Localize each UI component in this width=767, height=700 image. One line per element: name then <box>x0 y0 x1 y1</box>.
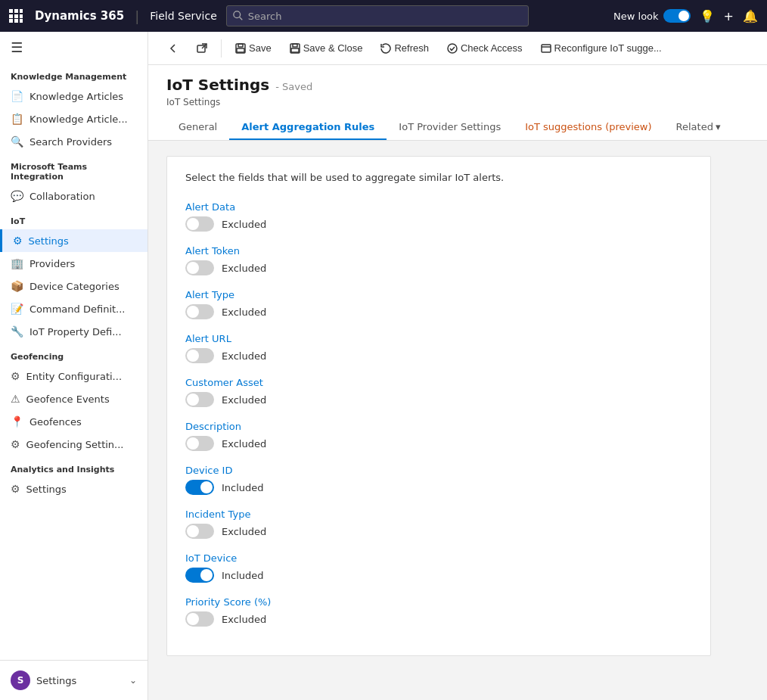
related-tab-label: Related <box>676 121 713 132</box>
tab-iot-suggestions[interactable]: IoT suggestions (preview) <box>513 115 663 140</box>
field-alert-data: Alert Data Excluded <box>185 201 692 232</box>
sidebar-item-iot-settings[interactable]: ⚙ Settings <box>0 229 148 252</box>
field-label-iot-device: IoT Device <box>185 552 692 564</box>
new-look-switch[interactable] <box>663 9 691 23</box>
sidebar-label-providers: Providers <box>30 258 75 269</box>
field-row-alert-url: Excluded <box>185 348 692 363</box>
sidebar-label-analytics-settings: Settings <box>26 484 67 495</box>
sidebar-item-analytics-settings[interactable]: ⚙ Settings <box>0 478 148 500</box>
top-nav: Dynamics 365 | Field Service Search New … <box>0 0 767 32</box>
tab-iot-provider-settings[interactable]: IoT Provider Settings <box>387 115 513 140</box>
iot-settings-icon: ⚙ <box>13 235 23 247</box>
field-alert-type: Alert Type Excluded <box>185 289 692 319</box>
save-close-button[interactable]: Save & Close <box>282 39 371 58</box>
save-button[interactable]: Save <box>228 39 279 58</box>
sidebar-section-teams: Microsoft Teams Integration <box>0 153 148 185</box>
sidebar-item-knowledge-articles[interactable]: 📄 Knowledge Articles <box>0 85 148 107</box>
field-label-device-id: Device ID <box>185 465 692 476</box>
geofence-events-icon: ⚠ <box>11 393 20 405</box>
field-customer-asset: Customer Asset Excluded <box>185 377 692 407</box>
content-card-inner: Select the fields that will be used to a… <box>167 157 710 655</box>
toggle-alert-data[interactable] <box>185 216 214 232</box>
sidebar-item-collaboration[interactable]: 💬 Collaboration <box>0 185 148 207</box>
sidebar-item-command-definitions[interactable]: 📝 Command Definit... <box>0 297 148 320</box>
toggle-incident-type[interactable] <box>185 524 214 539</box>
tab-alert-aggregation-rules[interactable]: Alert Aggregation Rules <box>229 115 387 140</box>
field-value-alert-type: Excluded <box>222 306 266 318</box>
search-placeholder: Search <box>248 11 282 22</box>
hamburger-button[interactable]: ☰ <box>0 32 148 63</box>
user-avatar: S <box>11 670 30 690</box>
new-look-label: New look <box>613 11 659 22</box>
svg-point-19 <box>448 44 457 53</box>
sidebar-bottom-label: Settings <box>36 675 76 686</box>
sidebar-item-device-categories[interactable]: 📦 Device Categories <box>0 275 148 297</box>
sidebar-item-entity-configurations[interactable]: ⚙ Entity Configurati... <box>0 365 148 387</box>
new-look-toggle[interactable]: New look <box>613 9 691 23</box>
toggle-iot-device[interactable] <box>185 568 214 583</box>
field-value-incident-type: Excluded <box>222 526 266 537</box>
field-value-device-id: Included <box>222 482 264 493</box>
field-incident-type: Incident Type Excluded <box>185 509 692 539</box>
bell-icon[interactable]: 🔔 <box>743 9 758 23</box>
toggle-alert-type[interactable] <box>185 304 214 319</box>
back-button[interactable] <box>160 39 186 58</box>
field-row-incident-type: Excluded <box>185 524 692 539</box>
reconfigure-button[interactable]: Reconfigure IoT sugge... <box>533 39 669 58</box>
command-definitions-icon: 📝 <box>11 303 23 315</box>
svg-rect-6 <box>9 19 13 23</box>
svg-rect-15 <box>237 48 244 52</box>
toggle-device-id[interactable] <box>185 480 214 495</box>
sidebar-item-geofencing-settings[interactable]: ⚙ Geofencing Settin... <box>0 433 148 456</box>
cmd-separator-1 <box>221 39 222 58</box>
toggle-alert-token[interactable] <box>185 260 214 275</box>
toggle-alert-url[interactable] <box>185 348 214 363</box>
toggle-customer-asset[interactable] <box>185 392 214 407</box>
brand-name: Dynamics 365 <box>35 9 124 23</box>
svg-rect-7 <box>14 19 18 23</box>
svg-rect-14 <box>238 44 243 47</box>
toggle-description[interactable] <box>185 436 214 451</box>
field-label-alert-token: Alert Token <box>185 245 692 257</box>
toggle-priority-score[interactable] <box>185 611 214 627</box>
popout-button[interactable] <box>189 39 215 58</box>
lightbulb-icon[interactable]: 💡 <box>700 9 715 23</box>
field-row-alert-token: Excluded <box>185 260 692 275</box>
refresh-button[interactable]: Refresh <box>373 39 436 58</box>
sidebar-item-search-providers[interactable]: 🔍 Search Providers <box>0 130 148 153</box>
sidebar-item-iot-property-definitions[interactable]: 🔧 IoT Property Defi... <box>0 320 148 343</box>
sidebar-label-geofence-events: Geofence Events <box>26 394 110 405</box>
page-header: IoT Settings - Saved IoT Settings Genera… <box>148 65 767 141</box>
sidebar-item-geofences[interactable]: 📍 Geofences <box>0 410 148 433</box>
sidebar-item-knowledge-articles-2[interactable]: 📋 Knowledge Article... <box>0 107 148 130</box>
sidebar-label-entity-configurations: Entity Configurati... <box>26 371 122 382</box>
content-description: Select the fields that will be used to a… <box>185 172 692 183</box>
field-value-alert-url: Excluded <box>222 350 266 362</box>
sidebar-bottom-settings[interactable]: S Settings ⌄ <box>0 665 148 695</box>
field-label-alert-data: Alert Data <box>185 201 692 213</box>
sidebar-item-geofence-events[interactable]: ⚠ Geofence Events <box>0 387 148 410</box>
sidebar-label-knowledge-articles-2: Knowledge Article... <box>30 114 128 125</box>
sidebar-label-knowledge-articles: Knowledge Articles <box>30 91 123 102</box>
svg-rect-20 <box>542 45 551 52</box>
sidebar-label-collaboration: Collaboration <box>30 191 95 202</box>
svg-rect-4 <box>14 14 18 18</box>
svg-rect-8 <box>20 19 23 23</box>
field-row-priority-score: Excluded <box>185 611 692 627</box>
content-card: Select the fields that will be used to a… <box>166 156 711 656</box>
waffle-menu[interactable] <box>9 9 23 23</box>
field-value-priority-score: Excluded <box>222 614 266 625</box>
iot-property-definitions-icon: 🔧 <box>11 325 23 338</box>
sidebar-item-providers[interactable]: 🏢 Providers <box>0 252 148 275</box>
plus-icon[interactable]: + <box>724 9 734 23</box>
collaboration-icon: 💬 <box>11 190 23 202</box>
field-value-alert-data: Excluded <box>222 219 266 230</box>
field-description: Description Excluded <box>185 421 692 451</box>
field-label-customer-asset: Customer Asset <box>185 377 692 388</box>
tab-related[interactable]: Related ▾ <box>664 115 733 140</box>
field-value-alert-token: Excluded <box>222 263 266 274</box>
search-bar[interactable]: Search <box>226 5 529 26</box>
check-access-button[interactable]: Check Access <box>439 39 530 58</box>
svg-line-10 <box>240 17 243 20</box>
tab-general[interactable]: General <box>166 115 229 140</box>
